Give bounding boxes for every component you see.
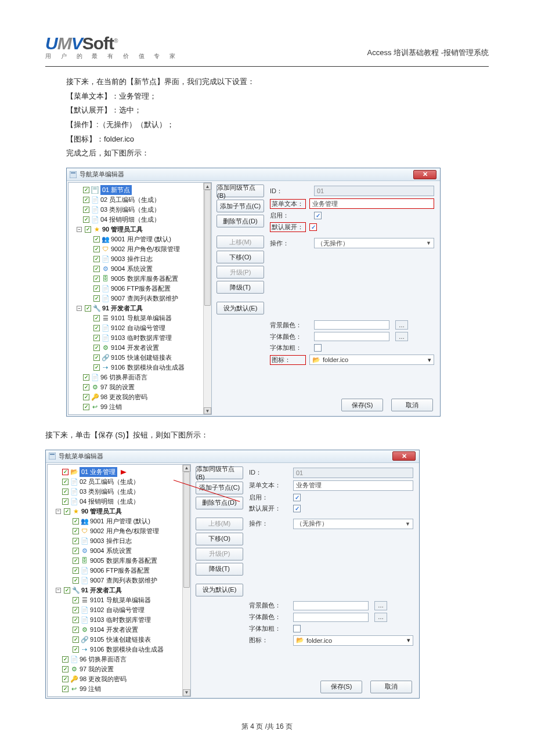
tree-node[interactable]: ✓📄04 报销明细（生成） — [77, 215, 203, 225]
tree-group-91[interactable]: −✓🔧91 开发者工具 — [56, 585, 182, 595]
fontcolor-field[interactable] — [293, 613, 369, 622]
tree-node[interactable]: ✓🛡9002 用户角色/权限管理 — [66, 526, 182, 536]
cancel-button[interactable]: 取消 — [391, 399, 433, 411]
tree-node[interactable]: ✓📄9006 FTP服务器配置 — [66, 566, 182, 576]
tree-node[interactable]: ✓⚙9104 开发者设置 — [66, 625, 182, 635]
tree-group-90[interactable]: −✓★90 管理员工具 — [56, 507, 182, 516]
expand-checkbox[interactable]: ✓ — [293, 505, 301, 512]
tree-node[interactable]: ✓👥9001 用户管理 (默认) — [87, 234, 203, 244]
bgcolor-browse-button[interactable]: … — [374, 601, 387, 610]
tree-node-selected[interactable]: ✓ 01 新节点 — [77, 185, 203, 195]
tree-node[interactable]: ✓↩99 注销 — [77, 402, 203, 412]
demote-button[interactable]: 降级(T) — [196, 563, 243, 576]
collapse-icon[interactable]: − — [56, 588, 61, 593]
bgcolor-field[interactable] — [293, 601, 369, 610]
move-up-button[interactable]: 上移(M) — [217, 236, 264, 248]
add-sibling-button[interactable]: 添加同级节点(B) — [196, 466, 243, 479]
bold-checkbox[interactable]: ✓ — [293, 625, 301, 632]
tree-node[interactable]: ✓📄9007 查阅列表数据维护 — [87, 294, 203, 303]
tree-scrollbar[interactable]: ▲ ▼ — [182, 465, 190, 696]
tree-node[interactable]: ✓📄9103 临时数据库管理 — [87, 333, 203, 343]
tree-node[interactable]: ✓📄96 切换界面语言 — [77, 372, 203, 382]
tree-node[interactable]: ✓⇢9106 数据模块自动生成器 — [66, 645, 182, 654]
icon-dropdown[interactable]: 📂folder.ico▾ — [309, 355, 434, 365]
move-down-button[interactable]: 下移(O) — [196, 533, 243, 545]
tree-node[interactable]: ✓📄03 类别编码（生成） — [77, 205, 203, 215]
move-up-button[interactable]: 上移(M) — [196, 518, 243, 530]
action-dropdown[interactable]: （无操作）▼ — [314, 238, 434, 248]
scroll-down-icon[interactable]: ▼ — [204, 407, 211, 414]
set-default-button[interactable]: 设为默认(E) — [196, 584, 243, 596]
tree-node[interactable]: ✓🔑98 更改我的密码 — [77, 392, 203, 402]
enable-checkbox[interactable]: ✓ — [314, 212, 322, 219]
tree-node[interactable]: ✓📄9003 操作日志 — [66, 536, 182, 546]
collapse-icon[interactable]: − — [56, 509, 61, 514]
tree-node[interactable]: ✓🗄9005 数据库服务器配置 — [87, 274, 203, 284]
fontcolor-browse-button[interactable]: … — [374, 613, 387, 622]
tree-node[interactable]: ✓⇢9106 数据模块自动生成器 — [87, 363, 203, 372]
add-child-button[interactable]: 添加子节点(C) — [217, 200, 264, 212]
tree-node[interactable]: ✓⚙97 我的设置 — [77, 382, 203, 392]
tree-node[interactable]: ✓🔗9105 快速创建链接表 — [87, 353, 203, 363]
tree-node[interactable]: ✓⚙97 我的设置 — [56, 664, 182, 674]
tree-node[interactable]: ✓↩99 注销 — [56, 684, 182, 694]
collapse-icon[interactable]: − — [77, 227, 82, 232]
tree-node[interactable]: ✓📄02 员工编码（生成） — [77, 195, 203, 205]
fontcolor-field[interactable] — [314, 332, 389, 341]
cancel-button[interactable]: 取消 — [370, 681, 412, 693]
scroll-up-icon[interactable]: ▲ — [183, 465, 190, 472]
tree-group-91[interactable]: −✓🔧91 开发者工具 — [77, 303, 203, 313]
tree-node-selected[interactable]: ✓ 📂 01 业务管理 — [56, 467, 182, 477]
tree-node[interactable]: ✓📄02 员工编码（生成） — [56, 477, 182, 487]
bgcolor-field[interactable] — [314, 320, 389, 330]
promote-button[interactable]: 升级(P) — [196, 548, 243, 560]
action-dropdown[interactable]: （无操作）▼ — [293, 519, 413, 529]
tree-node[interactable]: ✓🗄9005 数据库服务器配置 — [66, 556, 182, 566]
tree-node[interactable]: ✓🛡9002 用户角色/权限管理 — [87, 244, 203, 254]
promote-button[interactable]: 升级(P) — [217, 266, 264, 278]
move-down-button[interactable]: 下移(O) — [217, 251, 264, 263]
tree-node[interactable]: ✓📄9006 FTP服务器配置 — [87, 284, 203, 294]
menu-text-input[interactable]: 业务管理 — [309, 198, 434, 209]
add-child-button[interactable]: 添加子节点(C) — [196, 482, 243, 494]
tree-node[interactable]: ✓📄03 类别编码（生成） — [56, 487, 182, 497]
collapse-icon[interactable]: − — [77, 306, 82, 311]
scroll-thumb[interactable] — [204, 190, 211, 306]
delete-node-button[interactable]: 删除节点(D) — [196, 497, 243, 509]
nav-tree[interactable]: ✓ 📂 01 业务管理 ✓📄02 员工编码（生成） ✓📄03 类别编码（生成） … — [48, 465, 190, 696]
tree-node[interactable]: ✓⚙9004 系统设置 — [66, 546, 182, 556]
icon-dropdown[interactable]: 📂folder.ico▾ — [293, 635, 413, 646]
tree-node[interactable]: ✓📄96 切换界面语言 — [56, 654, 182, 664]
tree-node[interactable]: ✓⚙9104 开发者设置 — [87, 343, 203, 353]
tree-node[interactable]: ✓☰9101 导航菜单编辑器 — [66, 595, 182, 605]
tree-node[interactable]: ✓⚙9004 系统设置 — [87, 264, 203, 274]
enable-checkbox[interactable]: ✓ — [293, 494, 301, 501]
save-button[interactable]: 保存(S) — [320, 681, 362, 693]
set-default-button[interactable]: 设为默认(E) — [217, 302, 264, 314]
expand-checkbox[interactable]: ✓ — [309, 223, 317, 231]
tree-node[interactable]: ✓🔑98 更改我的密码 — [56, 674, 182, 684]
delete-node-button[interactable]: 删除节点(D) — [217, 215, 264, 227]
scroll-down-icon[interactable]: ▼ — [183, 689, 190, 696]
tree-node[interactable]: ✓👥9001 用户管理 (默认) — [66, 516, 182, 526]
nav-tree[interactable]: ✓ 01 新节点 ✓📄02 员工编码（生成） ✓📄03 类别编码（生成） ✓📄0… — [68, 183, 211, 414]
fontcolor-browse-button[interactable]: … — [395, 332, 408, 341]
tree-node[interactable]: ✓☰9101 导航菜单编辑器 — [87, 313, 203, 323]
bgcolor-browse-button[interactable]: … — [395, 320, 408, 330]
tree-group-90[interactable]: −✓★90 管理员工具 — [77, 225, 203, 234]
bold-checkbox[interactable]: ✓ — [314, 344, 322, 352]
close-button[interactable]: ✕ — [413, 170, 436, 179]
close-button[interactable]: ✕ — [392, 451, 416, 461]
tree-scrollbar[interactable]: ▲ ▼ — [203, 183, 211, 414]
tree-node[interactable]: ✓📄9103 临时数据库管理 — [66, 615, 182, 625]
tree-node[interactable]: ✓📄9003 操作日志 — [87, 254, 203, 264]
menu-text-input[interactable]: 业务管理 — [293, 480, 413, 491]
tree-node[interactable]: ✓📄04 报销明细（生成） — [56, 497, 182, 507]
tree-node[interactable]: ✓📄9102 自动编号管理 — [66, 605, 182, 615]
tree-node[interactable]: ✓📄9102 自动编号管理 — [87, 323, 203, 333]
add-sibling-button[interactable]: 添加同级节点(B) — [217, 185, 264, 197]
tree-node[interactable]: ✓🔗9105 快速创建链接表 — [66, 635, 182, 645]
tree-node[interactable]: ✓📄9007 查阅列表数据维护 — [66, 576, 182, 585]
demote-button[interactable]: 降级(T) — [217, 281, 264, 294]
save-button[interactable]: 保存(S) — [341, 399, 383, 411]
